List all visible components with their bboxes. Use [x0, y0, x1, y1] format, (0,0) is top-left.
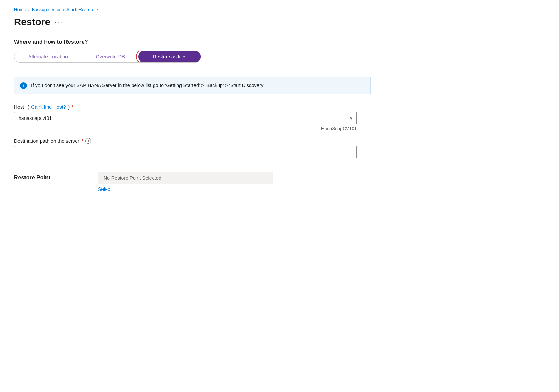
breadcrumb-start-restore[interactable]: Start: Restore — [66, 7, 94, 12]
host-field-group: Host ( Can't find Host? ) * hanasnapcvt0… — [14, 104, 371, 131]
info-text: If you don't see your SAP HANA Server in… — [31, 82, 264, 89]
destination-path-input[interactable] — [14, 146, 357, 158]
restore-point-section: Restore Point No Restore Point Selected … — [14, 172, 371, 192]
host-required-star: * — [72, 104, 73, 110]
host-select[interactable]: hanasnapcvt01 — [14, 112, 357, 124]
restore-point-placeholder: No Restore Point Selected — [98, 172, 273, 184]
restore-point-select-link[interactable]: Select — [98, 186, 273, 192]
destination-field-group: Destination path on the server * i — [14, 138, 371, 158]
info-icon: i — [20, 82, 27, 89]
info-box: i If you don't see your SAP HANA Server … — [14, 77, 371, 94]
host-label-text: Host — [14, 104, 24, 110]
cant-find-host-link[interactable]: Can't find Host? — [31, 104, 66, 110]
host-select-wrapper: hanasnapcvt01 ∨ — [14, 112, 357, 124]
destination-required-star: * — [82, 138, 83, 144]
more-options-button[interactable]: ··· — [55, 18, 63, 26]
host-field-label: Host ( Can't find Host? ) * — [14, 104, 371, 110]
destination-field-label: Destination path on the server * i — [14, 138, 371, 144]
breadcrumb-home[interactable]: Home — [14, 7, 26, 12]
page-title: Restore — [14, 16, 50, 28]
restore-tabs: Alternate Location Overwrite DB Restore … — [14, 51, 371, 70]
breadcrumb-backup-center[interactable]: Backup center — [32, 7, 61, 12]
destination-label-text: Destination path on the server — [14, 138, 79, 144]
tab-group: Alternate Location Overwrite DB Restore … — [14, 51, 201, 63]
tab-overwrite-db[interactable]: Overwrite DB — [82, 51, 139, 62]
breadcrumb-sep-1: › — [28, 7, 30, 12]
restore-point-content: No Restore Point Selected Select — [98, 172, 273, 192]
breadcrumb: Home › Backup center › Start: Restore › — [14, 7, 371, 12]
section-where-how-title: Where and how to Restore? — [14, 39, 371, 45]
tab-restore-as-files[interactable]: Restore as files — [139, 51, 200, 62]
restore-point-label: Restore Point — [14, 172, 77, 181]
host-hint: HanaSnapCVT01 — [14, 126, 357, 131]
tab-alternate-location[interactable]: Alternate Location — [14, 51, 82, 62]
breadcrumb-sep-3: › — [97, 7, 98, 12]
breadcrumb-sep-2: › — [63, 7, 64, 12]
tab-restore-as-files-wrapper: Restore as files — [139, 51, 200, 62]
destination-info-icon[interactable]: i — [85, 138, 91, 144]
